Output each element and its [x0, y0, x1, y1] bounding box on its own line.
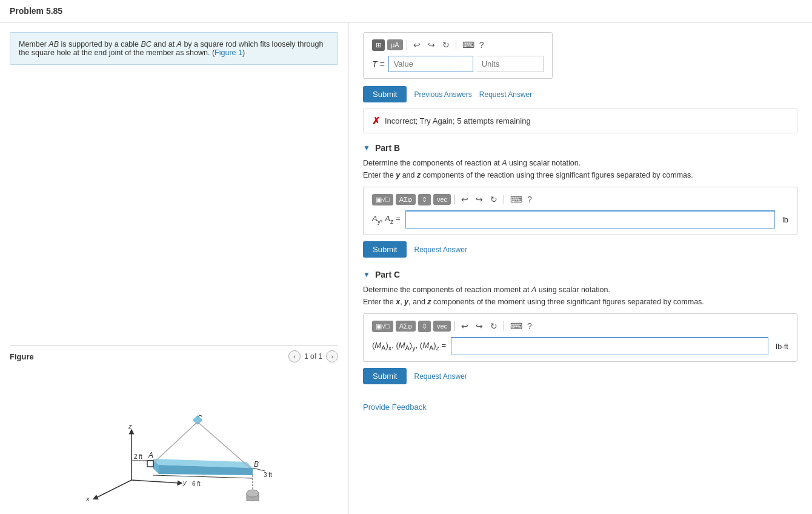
part-a-value-input[interactable]	[388, 56, 473, 72]
part-b-instruction: Enter the y and z components of the reac…	[363, 171, 797, 179]
part-a-keyboard-btn[interactable]: ⌨︎	[460, 39, 477, 51]
part-c-sep-1	[454, 321, 455, 331]
part-c-undo-btn[interactable]: ↩	[459, 320, 471, 332]
svg-rect-25	[147, 461, 153, 467]
part-b-redo-btn[interactable]: ↪	[473, 193, 485, 205]
part-b-request-answer-link[interactable]: Request Answer	[414, 245, 467, 254]
part-c-keyboard-btn[interactable]: ⌨︎	[508, 320, 525, 332]
part-c-reset-btn[interactable]: ↻	[488, 320, 500, 332]
part-c-vec-btn[interactable]: vec	[433, 321, 451, 332]
grid-icon: ⊞	[376, 41, 381, 49]
part-a-grid-btn[interactable]: ⊞	[372, 39, 385, 51]
part-b-input-area: ▣√□ ΑΣφ ⇕ vec ↩ ↪	[363, 187, 797, 235]
part-c-matrix-icon: ▣√□	[376, 322, 390, 330]
part-a-undo-btn[interactable]: ↩	[411, 39, 423, 51]
part-b-undo-btn[interactable]: ↩	[459, 193, 471, 205]
part-c-arrows-icon: ⇕	[422, 322, 427, 330]
part-a-input-row: T =	[372, 56, 544, 72]
part-b-submit-btn[interactable]: Submit	[363, 241, 407, 258]
part-b-description: Determine the components of reaction at …	[363, 159, 797, 167]
svg-text:3 ft: 3 ft	[264, 472, 272, 478]
svg-text:x: x	[85, 495, 90, 502]
toolbar-sep-2	[456, 40, 456, 50]
part-a-mu-btn[interactable]: μΑ	[387, 39, 403, 50]
part-a-units-input[interactable]	[477, 56, 544, 72]
problem-title: Problem 5.85	[0, 0, 812, 22]
part-b-reset-btn[interactable]: ↻	[488, 193, 500, 205]
part-c-redo-btn[interactable]: ↪	[473, 320, 485, 332]
figure-image: x z y	[10, 371, 338, 504]
part-a-toolbar: ⊞ μΑ ↩ ↪ ↻ ⌨︎ ?	[372, 39, 544, 51]
part-c-sep-2	[504, 321, 504, 331]
part-c-submit-btn[interactable]: Submit	[363, 368, 407, 384]
part-b-sep-1	[454, 195, 455, 204]
svg-text:6 ft: 6 ft	[192, 481, 201, 487]
part-b-help-btn[interactable]: ?	[527, 195, 532, 204]
vec-icon: vec	[437, 196, 447, 203]
part-c-section: ▼ Part C Determine the components of rea…	[363, 270, 797, 384]
part-c-title: Part C	[375, 270, 400, 279]
part-c-submit-row: Submit Request Answer	[363, 368, 797, 384]
part-a-answer-box: ⊞ μΑ ↩ ↪ ↻ ⌨︎ ? T =	[363, 32, 553, 79]
part-b-label: Ay, Az =	[372, 214, 401, 225]
part-a-help-btn[interactable]: ?	[479, 40, 484, 50]
part-c-help-btn[interactable]: ?	[527, 321, 532, 331]
part-b-matrix-btn[interactable]: ▣√□	[372, 194, 393, 205]
arrows-icon: ⇕	[422, 196, 427, 204]
problem-description: Member AB is supported by a cable BC and…	[10, 32, 338, 65]
svg-text:2 ft: 2 ft	[134, 453, 142, 460]
svg-line-4	[131, 480, 180, 483]
mu-icon: μΑ	[391, 41, 399, 48]
figure-prev-btn[interactable]: ‹	[288, 350, 301, 362]
sigma-icon: ΑΣφ	[399, 196, 412, 203]
part-c-request-answer-link[interactable]: Request Answer	[414, 372, 467, 381]
svg-text:z: z	[128, 422, 132, 430]
part-b-toolbar: ▣√□ ΑΣφ ⇕ vec ↩ ↪	[372, 193, 788, 205]
part-c-sigma-icon: ΑΣφ	[399, 322, 412, 330]
part-c-arrows-btn[interactable]: ⇕	[418, 321, 431, 332]
part-b-vec-btn[interactable]: vec	[433, 194, 451, 205]
provide-feedback-link[interactable]: Provide Feedback	[363, 402, 427, 412]
part-b-section: ▼ Part B Determine the components of rea…	[363, 143, 797, 258]
part-b-arrows-btn[interactable]: ⇕	[418, 194, 431, 205]
toolbar-sep-1	[407, 40, 407, 50]
part-c-sigma-btn[interactable]: ΑΣφ	[396, 321, 416, 332]
svg-line-14	[153, 422, 198, 463]
part-c-label: (MA)x, (MA)y, (MA)z =	[372, 341, 446, 352]
part-b-sep-2	[504, 195, 504, 204]
part-b-collapse-arrow[interactable]: ▼	[363, 144, 370, 152]
part-c-instruction: Enter the x, y, and z components of the …	[363, 298, 797, 306]
part-a-reset-btn[interactable]: ↻	[440, 39, 452, 51]
part-c-input-area: ▣√□ ΑΣφ ⇕ vec ↩ ↪	[363, 313, 797, 362]
part-b-title: Part B	[375, 143, 400, 153]
part-c-description: Determine the components of reaction mom…	[363, 285, 797, 294]
part-a-error-box: ✗ Incorrect; Try Again; 5 attempts remai…	[363, 108, 797, 133]
part-b-submit-row: Submit Request Answer	[363, 241, 797, 258]
figure-title: Figure	[10, 352, 34, 361]
part-a-redo-btn[interactable]: ↪	[425, 39, 438, 51]
matrix-icon: ▣√□	[376, 196, 390, 204]
part-c-header: ▼ Part C	[363, 270, 797, 279]
svg-text:B: B	[254, 460, 259, 469]
part-c-matrix-btn[interactable]: ▣√□	[372, 321, 393, 332]
part-c-answer-input[interactable]	[451, 337, 768, 355]
part-b-sigma-btn[interactable]: ΑΣφ	[396, 194, 416, 205]
part-c-toolbar: ▣√□ ΑΣφ ⇕ vec ↩ ↪	[372, 320, 788, 332]
part-b-header: ▼ Part B	[363, 143, 797, 153]
part-a-submit-btn[interactable]: Submit	[363, 86, 407, 102]
error-text: Incorrect; Try Again; 5 attempts remaini…	[385, 116, 531, 125]
part-a-request-answer-link[interactable]: Request Answer	[479, 90, 532, 99]
figure-link[interactable]: Figure 1	[215, 48, 242, 57]
error-icon: ✗	[372, 115, 380, 127]
part-c-collapse-arrow[interactable]: ▼	[363, 270, 370, 279]
figure-next-btn[interactable]: ›	[326, 350, 338, 362]
svg-text:y: y	[182, 479, 187, 486]
part-b-answer-input[interactable]	[405, 210, 775, 229]
part-b-keyboard-btn[interactable]: ⌨︎	[508, 193, 525, 205]
part-b-unit: lb	[782, 215, 788, 224]
part-c-vec-icon: vec	[437, 322, 447, 330]
part-b-input-row: Ay, Az = lb	[372, 210, 788, 229]
part-a-submit-row: Submit Previous Answers Request Answer	[363, 86, 797, 102]
figure-nav: ‹ 1 of 1 ›	[288, 350, 338, 362]
part-a-previous-answers-link[interactable]: Previous Answers	[414, 90, 471, 99]
